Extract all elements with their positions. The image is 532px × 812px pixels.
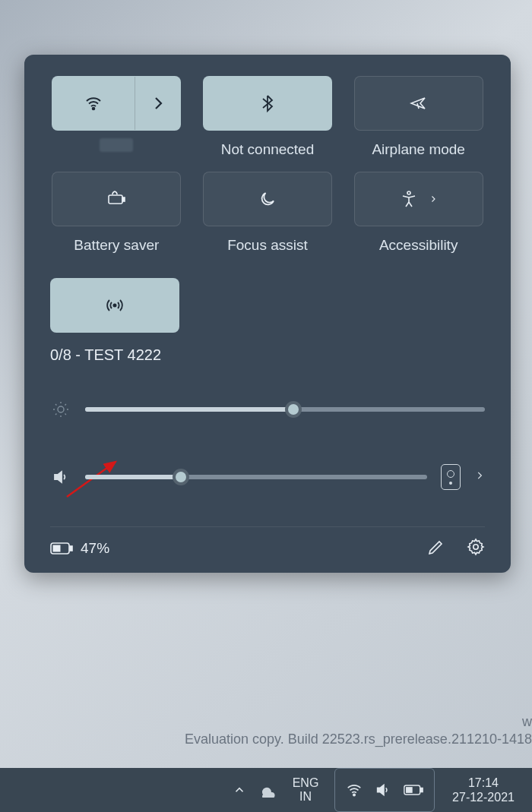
- svg-point-6: [58, 406, 64, 412]
- wifi-label-redacted: [100, 138, 133, 152]
- weather-button[interactable]: [257, 768, 277, 812]
- date: 27-12-2021: [452, 790, 515, 804]
- svg-rect-13: [421, 788, 423, 791]
- hotspot-label: 0/8 - TEST 4222: [50, 346, 485, 364]
- svg-point-11: [353, 794, 355, 795]
- wifi-cell: [50, 76, 183, 161]
- audio-expand-button[interactable]: [474, 467, 485, 487]
- chevron-right-icon: [429, 191, 438, 207]
- language-switcher[interactable]: ENG IN: [287, 768, 324, 812]
- svg-point-3: [407, 191, 410, 194]
- airplane-tile[interactable]: [354, 76, 483, 131]
- moon-icon: [258, 190, 277, 208]
- accessibility-tile[interactable]: [354, 172, 483, 226]
- battery-saver-label: Battery saver: [74, 237, 159, 257]
- footer-actions: [427, 538, 485, 559]
- accessibility-cell: Accessibility: [352, 172, 485, 257]
- volume-icon[interactable]: [50, 468, 71, 486]
- battery-saver-icon: [106, 188, 127, 210]
- gear-icon: [467, 538, 485, 556]
- hotspot-tile[interactable]: [50, 278, 179, 333]
- volume-row: [50, 464, 485, 490]
- brightness-row: [50, 400, 485, 419]
- focus-assist-cell: Focus assist: [201, 172, 334, 257]
- chevron-up-icon: [233, 783, 246, 797]
- focus-assist-label: Focus assist: [227, 237, 308, 257]
- svg-point-4: [113, 304, 116, 306]
- quick-settings-grid: Not connected Airplane mode Battery save…: [50, 76, 485, 257]
- chevron-right-icon: [474, 467, 485, 484]
- bluetooth-label: Not connected: [221, 141, 315, 161]
- settings-button[interactable]: [467, 538, 485, 559]
- battery-percent: 47%: [81, 540, 109, 557]
- svg-point-0: [93, 108, 95, 110]
- quick-settings-panel: Not connected Airplane mode Battery save…: [24, 55, 511, 573]
- airplane-label: Airplane mode: [372, 141, 465, 161]
- svg-rect-14: [406, 787, 413, 793]
- svg-rect-2: [122, 197, 125, 201]
- wifi-toggle[interactable]: [52, 77, 135, 130]
- svg-rect-1: [109, 195, 122, 204]
- svg-rect-8: [70, 546, 72, 551]
- audio-output-button[interactable]: [441, 464, 461, 490]
- bluetooth-cell: Not connected: [201, 76, 334, 161]
- pencil-icon: [427, 538, 445, 556]
- system-tray[interactable]: [334, 768, 435, 812]
- battery-icon: [404, 783, 423, 797]
- hotspot-icon: [106, 296, 124, 314]
- battery-icon: [50, 541, 73, 556]
- airplane-cell: Airplane mode: [352, 76, 485, 161]
- bluetooth-icon: [258, 94, 277, 112]
- hotspot-row: 0/8 - TEST 4222: [50, 278, 485, 364]
- volume-icon: [375, 782, 391, 798]
- time: 17:14: [468, 776, 499, 790]
- wifi-expand-button[interactable]: [135, 77, 180, 130]
- watermark: w Evaluation copy. Build 22523.rs_prerel…: [185, 714, 532, 747]
- svg-point-10: [473, 545, 478, 549]
- battery-saver-tile[interactable]: [52, 172, 181, 226]
- airplane-icon: [410, 94, 428, 112]
- watermark-line1: w: [185, 714, 532, 730]
- battery-status[interactable]: 47%: [50, 540, 109, 557]
- cloud-icon: [257, 782, 277, 798]
- panel-footer: 47%: [50, 526, 485, 559]
- brightness-icon: [50, 400, 71, 419]
- wifi-tile[interactable]: [52, 76, 181, 131]
- tray-overflow-button[interactable]: [233, 768, 246, 812]
- clock[interactable]: 17:14 27-12-2021: [445, 768, 521, 812]
- accessibility-icon: [400, 190, 418, 208]
- battery-saver-cell: Battery saver: [50, 172, 183, 257]
- accessibility-label: Accessibility: [379, 237, 458, 257]
- bluetooth-tile[interactable]: [203, 76, 332, 131]
- svg-rect-9: [53, 545, 61, 552]
- brightness-thumb[interactable]: [285, 401, 302, 418]
- volume-slider[interactable]: [85, 475, 427, 479]
- volume-thumb[interactable]: [173, 469, 189, 485]
- wifi-icon: [84, 94, 103, 112]
- watermark-line2: Evaluation copy. Build 22523.rs_prerelea…: [185, 731, 532, 747]
- focus-assist-tile[interactable]: [203, 172, 332, 226]
- taskbar: ENG IN 17:14 27-12-2021: [0, 768, 532, 812]
- wifi-icon: [346, 782, 363, 798]
- brightness-slider[interactable]: [85, 407, 485, 412]
- lang-top: ENG: [293, 776, 319, 790]
- edit-button[interactable]: [427, 538, 445, 559]
- lang-bottom: IN: [299, 790, 312, 804]
- chevron-right-icon: [149, 94, 167, 112]
